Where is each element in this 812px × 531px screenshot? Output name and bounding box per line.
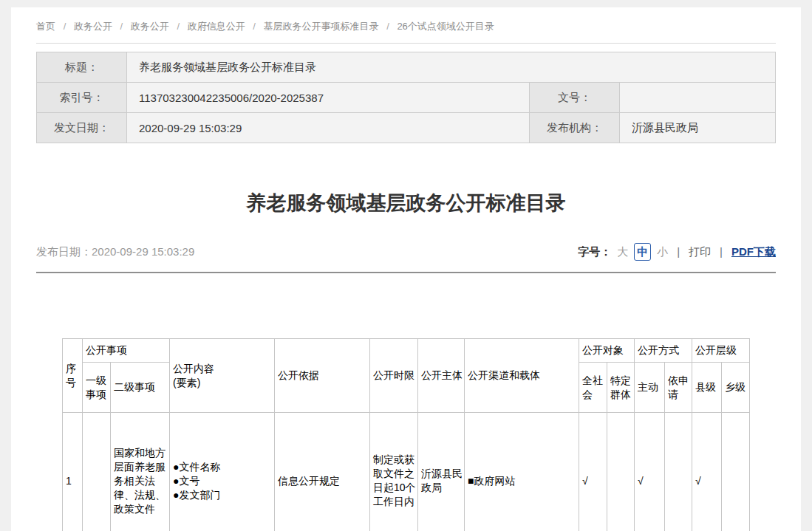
col-header-method: 公开方式	[635, 339, 692, 363]
breadcrumb-item-pilot-catalog[interactable]: 26个试点领域公开目录	[397, 21, 494, 32]
meta-title-value: 养老服务领域基层政务公开标准目录	[127, 52, 776, 83]
publish-date-label: 发布日期：	[36, 245, 92, 258]
cell-basis: 信息公开规定	[275, 413, 370, 531]
cell-proactive-check: √	[635, 413, 665, 531]
breadcrumb-item-gov-info[interactable]: 政府信息公开	[188, 21, 245, 32]
cell-specific-group-check	[607, 413, 635, 531]
meta-issue-date-value: 2020-09-29 15:03:29	[127, 113, 530, 143]
meta-agency-label: 发布机构：	[530, 113, 620, 143]
meta-row-title: 标题： 养老服务领域基层政务公开标准目录	[37, 52, 776, 83]
article-controls: 字号： 大 中 小 | 打印 | PDF下载	[578, 243, 776, 261]
col-header-township: 乡级	[722, 363, 750, 413]
col-header-level: 公开层级	[692, 339, 750, 363]
breadcrumb-separator: /	[253, 21, 256, 32]
breadcrumb-separator: /	[120, 21, 123, 32]
pdf-download-link[interactable]: PDF下载	[731, 244, 776, 260]
print-button[interactable]: 打印	[689, 244, 711, 260]
meta-title-label: 标题：	[37, 52, 127, 83]
cell-channel: ■政府网站	[465, 413, 579, 531]
col-header-specific-group: 特定群体	[607, 363, 635, 413]
col-header-all-society: 全社会	[579, 363, 607, 413]
section-divider	[36, 272, 776, 273]
cell-level1	[83, 413, 111, 531]
meta-index-label: 索引号：	[37, 83, 127, 113]
cell-on-request-check	[665, 413, 692, 531]
col-header-audience: 公开对象	[579, 339, 635, 363]
cell-subject: 沂源县民政局	[418, 413, 465, 531]
col-header-subject: 公开主体	[418, 339, 465, 413]
breadcrumb-separator: /	[177, 21, 180, 32]
col-header-content-line1: 公开内容	[173, 362, 273, 376]
breadcrumb-item-zhengwu-1[interactable]: 政务公开	[74, 21, 112, 32]
cell-time-limit: 制定或获取文件之日起10个工作日内	[370, 413, 418, 531]
cell-seq: 1	[63, 413, 83, 531]
col-header-content: 公开内容 (要素)	[170, 339, 275, 413]
content-panel: 首页 / 政务公开 / 政务公开 / 政府信息公开 / 基层政务公开事项标准目录…	[11, 7, 801, 531]
col-header-county: 县级	[692, 363, 722, 413]
publish-date-value: 2020-09-29 15:03:29	[92, 245, 194, 258]
breadcrumb-separator: /	[386, 21, 389, 32]
content-bullet-item: ●文件名称	[173, 460, 273, 474]
col-header-seq: 序号	[63, 339, 83, 413]
breadcrumb-separator: /	[64, 21, 66, 32]
cell-content: ●文件名称 ●文号 ●发文部门	[170, 413, 275, 531]
document-meta-table: 标题： 养老服务领域基层政务公开标准目录 索引号： 11370323004223…	[36, 52, 776, 143]
publish-date: 发布日期：2020-09-29 15:03:29	[36, 244, 194, 260]
font-size-medium-button[interactable]: 中	[634, 243, 651, 261]
col-header-on-request: 依申请	[665, 363, 692, 413]
meta-index-value: 113703230042235006/2020-2025387	[127, 83, 530, 113]
col-header-content-line2: (要素)	[173, 376, 273, 390]
breadcrumb-item-home[interactable]: 首页	[36, 21, 55, 32]
meta-issue-date-label: 发文日期：	[37, 113, 127, 143]
font-size-label: 字号：	[578, 244, 611, 260]
meta-row-index: 索引号： 113703230042235006/2020-2025387 文号：	[37, 83, 776, 113]
separator-pipe: |	[720, 244, 723, 260]
breadcrumb: 首页 / 政务公开 / 政务公开 / 政府信息公开 / 基层政务公开事项标准目录…	[36, 7, 776, 44]
article-meta-bar: 发布日期：2020-09-29 15:03:29 字号： 大 中 小 | 打印 …	[36, 243, 776, 261]
col-header-level2: 二级事项	[111, 363, 170, 413]
cell-all-society-check: √	[579, 413, 607, 531]
cell-township-check	[722, 413, 750, 531]
breadcrumb-item-zhengwu-2[interactable]: 政务公开	[131, 21, 169, 32]
breadcrumb-item-standard-catalog[interactable]: 基层政务公开事项标准目录	[264, 21, 379, 32]
meta-agency-value: 沂源县民政局	[620, 113, 776, 143]
cell-level2: 国家和地方层面养老服务相关法律、法规、政策文件	[111, 413, 170, 531]
catalog-header-row-1: 序号 公开事项 公开内容 (要素) 公开依据 公开时限 公开主体 公开渠道和载体…	[63, 339, 750, 363]
page-title: 养老服务领域基层政务公开标准目录	[36, 190, 776, 216]
font-size-large-button[interactable]: 大	[617, 244, 628, 260]
separator-pipe: |	[677, 244, 680, 260]
disclosure-catalog-table: 序号 公开事项 公开内容 (要素) 公开依据 公开时限 公开主体 公开渠道和载体…	[62, 338, 750, 531]
col-header-time-limit: 公开时限	[370, 339, 418, 413]
col-header-basis: 公开依据	[275, 339, 370, 413]
content-bullet-item: ●发文部门	[173, 488, 273, 502]
content-bullet-item: ●文号	[173, 474, 273, 488]
meta-docnum-value	[620, 83, 776, 113]
table-row: 1 国家和地方层面养老服务相关法律、法规、政策文件 ●文件名称 ●文号 ●发文部…	[63, 413, 750, 531]
col-header-level1: 一级事项	[83, 363, 111, 413]
meta-row-date: 发文日期： 2020-09-29 15:03:29 发布机构： 沂源县民政局	[37, 113, 776, 143]
cell-county-check: √	[692, 413, 722, 531]
col-header-matters: 公开事项	[83, 339, 170, 363]
col-header-channel: 公开渠道和载体	[465, 339, 579, 413]
meta-docnum-label: 文号：	[530, 83, 620, 113]
col-header-proactive: 主动	[635, 363, 665, 413]
font-size-small-button[interactable]: 小	[657, 244, 668, 260]
